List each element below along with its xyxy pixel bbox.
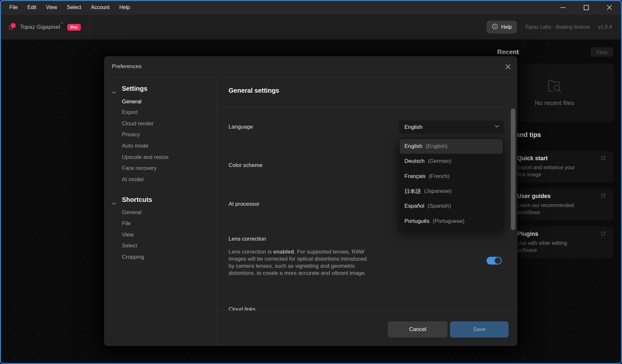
dialog-title: Preferences bbox=[112, 56, 142, 77]
nav-item-shortcuts-select[interactable]: Select bbox=[122, 243, 137, 249]
app-header: Topaz Gigapixel™ Pro Help Topaz Labs - f… bbox=[0, 15, 622, 39]
nav-item-shortcuts-file[interactable]: File bbox=[122, 220, 131, 227]
no-recent-files-text: No recent files bbox=[535, 99, 574, 107]
ai-processor-label: AI processor bbox=[229, 201, 259, 207]
lens-correction-toggle[interactable] bbox=[487, 257, 502, 265]
chevron-down-icon[interactable] bbox=[111, 90, 117, 97]
color-scheme-label: Color scheme bbox=[229, 162, 263, 169]
language-label: Language bbox=[229, 124, 253, 130]
dropdown-option-japanese[interactable]: 日本語 (Japanese) bbox=[400, 184, 503, 199]
pro-badge: Pro bbox=[67, 24, 81, 31]
nav-section-shortcuts[interactable]: Shortcuts bbox=[122, 196, 152, 203]
dialog-close-icon[interactable] bbox=[504, 62, 512, 71]
tip-card-plugins[interactable]: Plugins Use with other editing software bbox=[512, 226, 613, 258]
divider bbox=[229, 296, 509, 296]
brand-name: Topaz Gigapixel bbox=[20, 24, 60, 30]
divider bbox=[217, 107, 517, 108]
close-window-icon[interactable] bbox=[603, 0, 616, 15]
menu-help[interactable]: Help bbox=[114, 0, 135, 15]
nav-item-shortcuts-general[interactable]: General bbox=[122, 209, 141, 216]
recent-section-title: Recent bbox=[497, 48, 519, 56]
dropdown-option-german[interactable]: Deutsch (German) bbox=[400, 154, 503, 169]
maximize-icon[interactable] bbox=[579, 0, 593, 15]
nav-item-face-recovery[interactable]: Face recovery bbox=[122, 165, 157, 172]
tip-card-quick-start[interactable]: Quick start Import and enhance your firs… bbox=[512, 151, 613, 182]
dialog-body: Settings General Export Cloud render Pri… bbox=[104, 77, 517, 346]
gigapixel-logo-icon bbox=[8, 22, 16, 32]
save-button[interactable]: Save bbox=[450, 321, 509, 338]
tip-card-title: Plugins bbox=[517, 231, 608, 237]
tip-card-description: Import and enhance your first image bbox=[517, 164, 584, 178]
folder-search-icon bbox=[547, 79, 562, 95]
info-icon bbox=[492, 23, 498, 31]
chevron-down-icon[interactable] bbox=[111, 201, 117, 208]
dialog-scrollbar[interactable] bbox=[511, 109, 515, 230]
tip-card-title: Quick start bbox=[517, 155, 608, 162]
tip-card-description: Use with other editing software bbox=[517, 240, 584, 254]
cancel-button[interactable]: Cancel bbox=[388, 321, 447, 338]
nav-section-settings[interactable]: Settings bbox=[122, 85, 147, 92]
nav-item-privacy[interactable]: Privacy bbox=[122, 131, 140, 138]
chevron-down-icon bbox=[494, 124, 499, 130]
lens-correction-label: Lens correction bbox=[229, 236, 266, 242]
tip-card-user-guides[interactable]: User guides Learn our recommended workfl… bbox=[512, 189, 613, 220]
lens-correction-description: Lens correction is enabled. For supporte… bbox=[229, 248, 368, 277]
menu-bar: File Edit View Select Account Help bbox=[0, 0, 622, 15]
language-dropdown-menu: English (English) Deutsch (German) Franç… bbox=[399, 138, 504, 230]
content-title: General settings bbox=[229, 87, 279, 94]
header-right: Help Topaz Labs - floating license v1.0.… bbox=[487, 15, 612, 39]
preferences-content: General settings Language English Color … bbox=[217, 77, 517, 346]
window-controls bbox=[556, 0, 616, 15]
menu-account[interactable]: Account bbox=[86, 0, 114, 15]
menu-file[interactable]: File bbox=[5, 0, 23, 15]
dropdown-option-spanish[interactable]: Español (Spanish) bbox=[400, 199, 503, 213]
language-select-value: English bbox=[404, 124, 494, 130]
toggle-knob bbox=[495, 257, 501, 264]
nav-item-cloud-render[interactable]: Cloud render bbox=[122, 120, 154, 127]
tip-card-title: User guides bbox=[517, 193, 608, 200]
preferences-dialog: Preferences Settings General Export Clou… bbox=[104, 56, 517, 346]
language-select[interactable]: English bbox=[399, 120, 504, 134]
version-text: v1.0.4 bbox=[598, 24, 612, 30]
external-link-icon bbox=[601, 193, 606, 200]
menu-view[interactable]: View bbox=[41, 0, 62, 15]
preferences-nav: Settings General Export Cloud render Pri… bbox=[104, 77, 217, 346]
minimize-icon[interactable] bbox=[556, 0, 570, 15]
nav-item-ai-model[interactable]: AI model bbox=[122, 176, 144, 183]
app-logo: Topaz Gigapixel™ Pro bbox=[8, 15, 81, 39]
license-text: Topaz Labs - floating license bbox=[525, 24, 590, 30]
dropdown-option-english[interactable]: English (English) bbox=[400, 139, 503, 154]
external-link-icon bbox=[601, 155, 606, 162]
tip-card-description: Learn our recommended workflows bbox=[517, 202, 584, 216]
nav-item-export[interactable]: Export bbox=[122, 109, 138, 116]
trademark: ™ bbox=[60, 22, 63, 25]
nav-item-general[interactable]: General bbox=[122, 99, 141, 105]
menu-edit[interactable]: Edit bbox=[23, 0, 41, 15]
nav-item-auto-mode[interactable]: Auto mode bbox=[122, 143, 148, 149]
external-link-icon bbox=[601, 231, 606, 238]
nav-item-shortcuts-view[interactable]: View bbox=[122, 232, 134, 238]
help-button[interactable]: Help bbox=[487, 21, 517, 34]
nav-item-upscale-and-resize[interactable]: Upscale and resize bbox=[122, 154, 169, 161]
clear-recent-button[interactable]: Clear bbox=[591, 47, 613, 57]
help-button-label: Help bbox=[501, 24, 512, 30]
nav-item-shortcuts-cropping[interactable]: Cropping bbox=[122, 254, 144, 260]
menu-select[interactable]: Select bbox=[62, 0, 86, 15]
header-separator bbox=[90, 15, 90, 39]
dialog-footer: Cancel Save bbox=[217, 310, 517, 346]
dropdown-option-portuguese[interactable]: Português (Portuguese) bbox=[400, 214, 503, 229]
dropdown-option-french[interactable]: Français (French) bbox=[400, 169, 503, 184]
